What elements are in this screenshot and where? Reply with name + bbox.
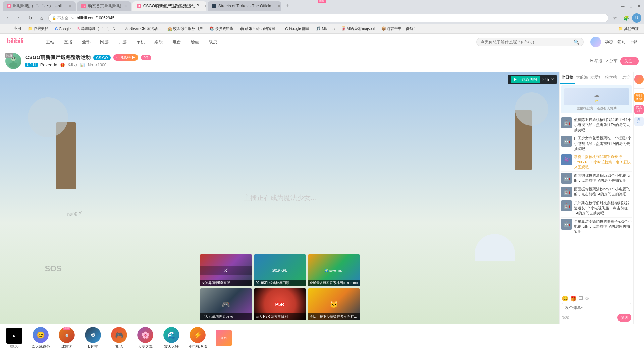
download-video-button[interactable]: ▶ 下载该 视频 <box>511 76 540 83</box>
chat-input[interactable] <box>562 303 631 312</box>
report-icon: ⚑ <box>590 59 593 63</box>
other-bookmarks-folder[interactable]: 📁 其他书签 <box>615 25 641 32</box>
download-banner: ▶ 下载该 视频 245 ✕ <box>508 75 557 84</box>
close-download-banner-button[interactable]: ✕ <box>551 77 554 82</box>
daily-task-icon[interactable]: 每日签险 <box>634 93 644 102</box>
refresh-button[interactable]: ↻ <box>25 13 35 23</box>
tab-2[interactable]: B 动态首页-哔哩哔哩 ✕ <box>77 1 131 11</box>
rec-title-4: （人）/战魂世界peko <box>200 313 252 320</box>
nav-entertainment[interactable]: 娱乐 <box>152 38 165 46</box>
bookmark-bilibili[interactable]: B 哔哩哔哩（゜-゜）つ... <box>75 25 121 32</box>
bookmark-apps[interactable]: ⋮⋮ 应用 <box>3 25 24 32</box>
bili-logo[interactable]: bilibili <box>7 36 37 48</box>
bookmark-favorites[interactable]: 📁 收藏夹栏 <box>25 25 51 32</box>
tab-weekly-rank[interactable]: 七日榜 <box>560 72 575 84</box>
nav-pandemic[interactable]: 战疫 <box>207 38 219 46</box>
search-bar[interactable]: 🔍 <box>476 38 584 46</box>
tab-2-close[interactable]: ✕ <box>124 4 127 8</box>
bookmark-steamcn[interactable]: ♨ SteamCN 蒸汽动... <box>122 25 163 32</box>
chat-avatar-5: 🤖 <box>561 200 572 211</box>
tab-captain[interactable]: 大航海 <box>575 72 589 84</box>
tab-4[interactable]: T Streets of Tarkov - The Officia... ✕ <box>208 1 281 11</box>
rec-thumb-1[interactable]: ⚔ 女神异闻录5皇室版 <box>200 254 252 286</box>
game-tag[interactable]: CS:GO <box>93 55 110 60</box>
activate-button[interactable]: 开启 <box>216 330 232 346</box>
streamer-item-8[interactable]: 开启 <box>212 330 235 346</box>
streamer-item-live[interactable]: ▶ 00:00 <box>3 328 26 348</box>
stream-title: CSGO萌新僵尸逃跑整活运动 <box>25 54 91 61</box>
emoji-icon[interactable]: 😊 <box>562 295 569 302</box>
report-button[interactable]: ⚑ 举报 <box>590 58 602 64</box>
search-button[interactable]: 🔍 <box>574 39 579 45</box>
new-tab-button[interactable]: + <box>283 1 292 11</box>
extensions-icon[interactable]: 🧩 <box>621 13 631 23</box>
maximize-button[interactable]: ⊡ <box>628 3 633 9</box>
tab-3[interactable]: B CSGO萌新僵尸逃跑整活运动·P... ✕ <box>132 1 206 11</box>
streamer-item-2[interactable]: 闽星 🍵 冰霜客 <box>55 327 78 348</box>
streamer-item-3[interactable]: ❄ B饲拉 <box>81 327 105 348</box>
rec-thumb-3[interactable]: 🌍 pokemmo 全球最多玩家联系地图pokemmo <box>308 254 360 286</box>
nav-online[interactable]: 网游 <box>98 38 111 46</box>
search-input[interactable] <box>481 40 574 44</box>
minimize-button[interactable]: — <box>620 3 625 9</box>
back-button[interactable]: ‹ <box>3 13 12 23</box>
bookmark-moe[interactable]: 萌 萌娘百科 万物皆可... <box>237 25 281 32</box>
nav-live[interactable]: 直播 <box>62 38 74 46</box>
streamer-item-7[interactable]: ⚡ 小电视飞船 <box>186 327 209 348</box>
rec-thumb-5[interactable]: P5R 白天 PSR 深夜看日剧 <box>254 288 306 320</box>
nav-single[interactable]: 单机 <box>134 38 147 46</box>
close-window-button[interactable]: ✕ <box>636 3 641 9</box>
share-button[interactable]: ↗ 分享 <box>605 58 618 64</box>
bookmark-luomeng[interactable]: 📦 连萝带中，得劲！ <box>379 25 419 32</box>
follow-icon[interactable]: 关注 <box>634 117 644 126</box>
up-name[interactable]: Pozeddd <box>40 62 57 67</box>
follow-button[interactable]: 关注 - <box>620 57 639 65</box>
home-button[interactable]: ⌂ <box>37 13 46 23</box>
address-bar[interactable]: 🔓 不安全 live.bilibili.com/10052945 <box>48 14 608 22</box>
nav-main[interactable]: 主站 <box>44 38 56 46</box>
translate-icon: G <box>285 27 288 31</box>
streamer-item-4[interactable]: 🎮 礼花 <box>107 327 131 348</box>
chat-content-6: 全鬼豆洁南舞蹈投票喂豆子ex1个小电视飞船，点击前往TA的房间去抽奖吧 <box>574 219 632 234</box>
browser-user-avatar[interactable]: U <box>632 13 641 23</box>
rec-thumb-6[interactable]: 🐱 全队小校下乡扶贫 连多次啊打... <box>308 288 360 320</box>
nav-mobile[interactable]: 手游 <box>116 38 129 46</box>
user-avatar[interactable] <box>590 37 601 47</box>
bookmark-resources[interactable]: 📚 亲少资料库 <box>207 25 236 32</box>
tab-room-manager[interactable]: 房管 <box>619 72 633 84</box>
bookmark-google[interactable]: G Google <box>52 26 73 32</box>
rec-thumb-4[interactable]: 🎮 （人）/战魂世界peko <box>200 288 252 320</box>
tab-4-close[interactable]: ✕ <box>277 4 280 8</box>
rec-thumb-2[interactable]: 2019 KPL 2019KPL经典比赛回顾 <box>254 254 306 286</box>
gift-chat-icon[interactable]: 🎁 <box>570 295 577 302</box>
streamer-avatar-7: ⚡ <box>190 327 206 343</box>
streamer-item-6[interactable]: 🌊 震天大锤 <box>160 327 183 348</box>
right-user-avatar[interactable] <box>634 75 644 84</box>
chat-send-button[interactable]: 发送 <box>617 314 631 322</box>
friend-society-icon[interactable]: 友爱社 <box>634 105 644 114</box>
nav-radio[interactable]: 电台 <box>170 38 183 46</box>
tab-1[interactable]: B 哔哩哔哩（゜-゜）つロ--bili... ✕ <box>3 1 76 11</box>
bookmark-majsoul[interactable]: 🀄 雀魂麻将majsoul <box>339 25 377 32</box>
bookmark-star-icon[interactable]: ☆ <box>610 13 620 23</box>
tab-3-close[interactable]: ✕ <box>205 4 206 8</box>
streamer-avatar-1: 😊 <box>33 327 49 343</box>
tab-fan-rank[interactable]: 粉丝榜 <box>604 72 619 84</box>
nav-signin[interactable]: 签到 <box>617 39 625 45</box>
bookmark-mikutap[interactable]: 🎵 Mikutap <box>313 26 337 32</box>
live-badge[interactable]: 小时总榜 ▶ <box>113 54 138 61</box>
nav-download[interactable]: 下载 <box>629 39 637 45</box>
streamer-item-5[interactable]: 🌸 闽星 天空之翼 <box>133 327 157 348</box>
nav-updates[interactable]: 动态 <box>605 39 613 45</box>
image-icon[interactable]: 🖼 <box>578 295 583 302</box>
tab-friend-society[interactable]: 友爱社 <box>589 72 604 84</box>
forward-button[interactable]: › <box>14 13 23 23</box>
setting-icon[interactable]: ⚙ <box>585 295 589 302</box>
tab-1-close[interactable]: ✕ <box>69 4 72 8</box>
bookmark-campus[interactable]: 🏫 校园综合服务门户 <box>165 25 205 32</box>
bookmark-translate[interactable]: G Google 翻译 <box>282 25 312 32</box>
other-bookmarks[interactable]: 📁 其他书签 <box>615 25 641 32</box>
streamer-item-1[interactable]: 😊 绘大庇道茶 <box>29 327 52 348</box>
nav-all[interactable]: 全部 <box>80 38 93 46</box>
nav-drawing[interactable]: 绘画 <box>189 38 201 46</box>
